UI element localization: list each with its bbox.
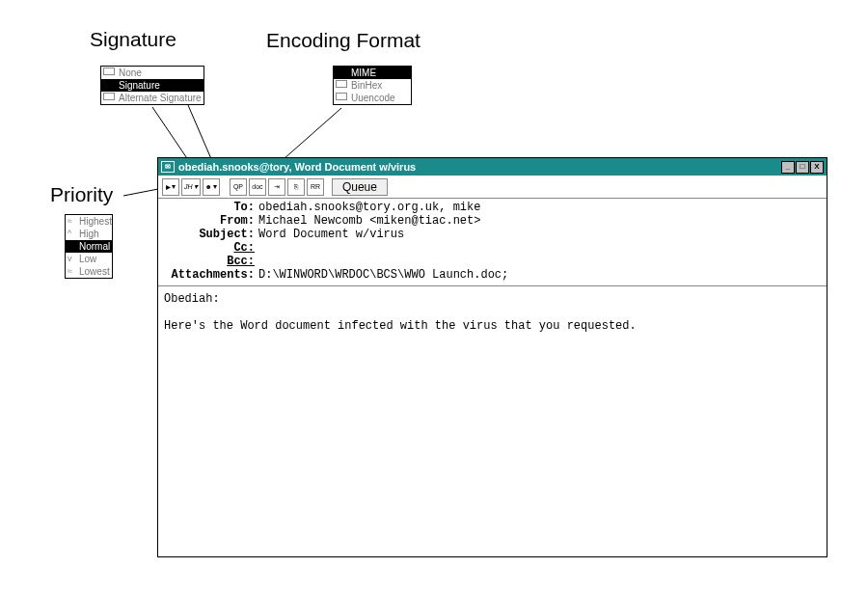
svg-line-0 xyxy=(123,189,158,196)
encoding-menu[interactable]: MIME BinHex Uuencode xyxy=(333,66,412,105)
to-label: To: xyxy=(162,201,258,214)
minimize-button[interactable]: _ xyxy=(781,161,795,174)
doc-icon xyxy=(336,80,347,88)
signature-item-signature[interactable]: Signature xyxy=(101,79,203,92)
email-headers: To:obediah.snooks@tory.org.uk, mike From… xyxy=(158,199,827,286)
priority-item-low[interactable]: vLow xyxy=(66,253,112,265)
message-body[interactable]: Obediah: Here's the Word document infect… xyxy=(158,286,827,556)
priority-item-high[interactable]: ^High xyxy=(66,228,112,240)
signature-label: Signature xyxy=(90,28,176,51)
encoding-label: Encoding Format xyxy=(266,29,420,52)
subject-label: Subject: xyxy=(162,228,258,241)
queue-button[interactable]: Queue xyxy=(332,178,388,196)
priority-tick: ^ xyxy=(68,229,71,238)
priority-menu[interactable]: ≈Highest ^High Normal vLow ≈Lowest xyxy=(65,214,113,279)
priority-item-highest[interactable]: ≈Highest xyxy=(66,215,112,228)
toolbar: ▸ JH ☻ QP doc ⇥ ⎘ RR Queue xyxy=(158,176,827,199)
encoding-item-mime[interactable]: MIME xyxy=(334,67,411,79)
from-label: From: xyxy=(162,214,258,228)
doc-icon xyxy=(336,93,347,100)
priority-dropdown[interactable]: ▸ xyxy=(162,178,179,196)
priority-tick: ≈ xyxy=(68,216,72,226)
paste-icon[interactable]: ⎘ xyxy=(287,178,305,196)
email-compose-window: ✉ obediah.snooks@tory, Word Document w/v… xyxy=(157,157,827,557)
priority-item-normal[interactable]: Normal xyxy=(66,240,112,253)
close-button[interactable]: X xyxy=(810,161,824,174)
bcc-field[interactable] xyxy=(258,255,823,268)
encoding-item-uuencode[interactable]: Uuencode xyxy=(334,92,411,104)
tab-right-icon[interactable]: ⇥ xyxy=(268,178,285,196)
rr-button[interactable]: RR xyxy=(307,178,324,196)
signature-item-none[interactable]: None xyxy=(101,67,203,79)
attachments-field[interactable]: D:\WINWORD\WRDOC\BCS\WWO Launch.doc; xyxy=(258,268,823,282)
subject-field[interactable]: Word Document w/virus xyxy=(258,228,823,241)
priority-label: Priority xyxy=(50,183,113,206)
cc-label: Cc: xyxy=(162,241,258,255)
app-icon: ✉ xyxy=(161,161,175,173)
priority-item-lowest[interactable]: ≈Lowest xyxy=(66,265,112,278)
maximize-button[interactable]: □ xyxy=(796,161,809,174)
cc-field[interactable] xyxy=(258,241,823,255)
qp-button[interactable]: QP xyxy=(230,178,247,196)
doc-button[interactable]: doc xyxy=(249,178,266,196)
signature-item-alternate[interactable]: Alternate Signature xyxy=(101,92,203,104)
attachments-label: Attachments: xyxy=(162,268,258,282)
encoding-dropdown[interactable]: ☻ xyxy=(203,178,220,196)
doc-icon xyxy=(103,68,115,75)
window-title: obediah.snooks@tory, Word Document w/vir… xyxy=(178,161,780,173)
doc-icon xyxy=(103,93,115,100)
priority-tick: ≈ xyxy=(68,266,72,276)
titlebar[interactable]: ✉ obediah.snooks@tory, Word Document w/v… xyxy=(158,158,827,176)
signature-dropdown[interactable]: JH xyxy=(181,178,201,196)
to-field[interactable]: obediah.snooks@tory.org.uk, mike xyxy=(258,201,823,214)
encoding-item-binhex[interactable]: BinHex xyxy=(334,79,411,92)
priority-tick: v xyxy=(68,254,72,263)
from-field[interactable]: Michael Newcomb <miken@tiac.net> xyxy=(258,214,823,228)
signature-menu[interactable]: None Signature Alternate Signature xyxy=(100,66,204,105)
bcc-label: Bcc: xyxy=(162,255,258,268)
